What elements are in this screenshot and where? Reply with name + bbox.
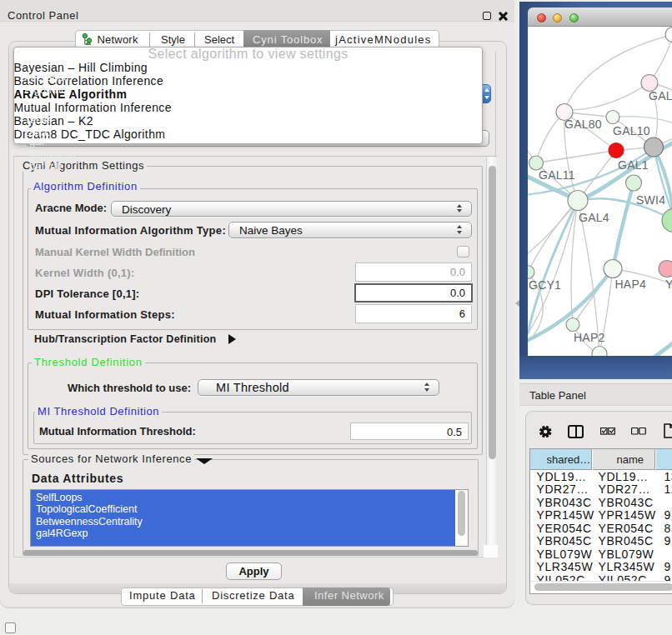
svg-text:GAL8: GAL8 xyxy=(649,89,672,102)
svg-text:GAL11: GAL11 xyxy=(539,168,575,182)
svg-text:GAL1: GAL1 xyxy=(618,158,649,172)
svg-text:GCY1: GCY1 xyxy=(529,278,561,292)
svg-text:Y: Y xyxy=(665,278,672,291)
svg-text:GAL80: GAL80 xyxy=(564,118,602,131)
svg-text:SWI4: SWI4 xyxy=(636,193,665,207)
svg-text:HAP2: HAP2 xyxy=(574,331,605,344)
svg-text:HAP4: HAP4 xyxy=(615,278,647,291)
svg-text:GAL4: GAL4 xyxy=(579,211,609,224)
svg-text:GAL10: GAL10 xyxy=(613,124,650,138)
